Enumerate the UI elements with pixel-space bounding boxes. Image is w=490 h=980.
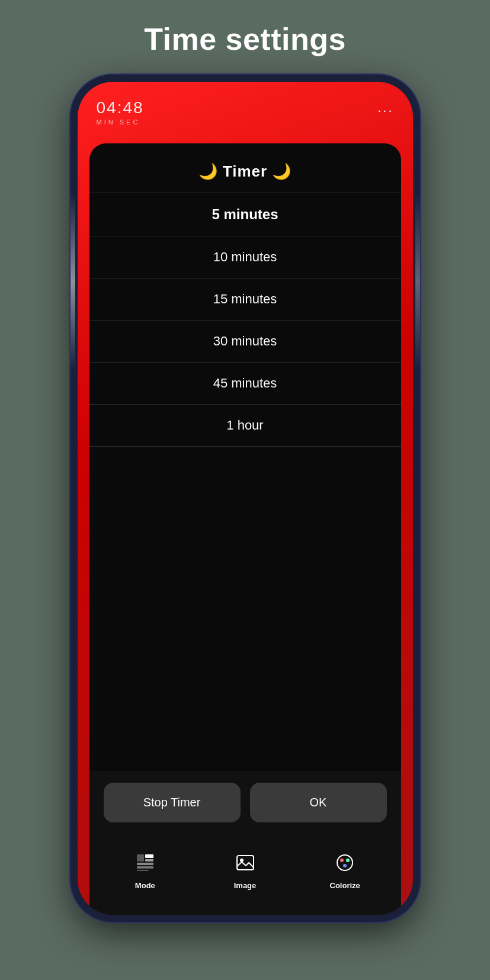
timer-list: 5 minutes 10 minutes 15 minutes 30 minut… [89,193,401,771]
svg-rect-5 [137,870,149,871]
timer-item-45min[interactable]: 45 minutes [89,363,401,405]
colorize-icon [335,853,354,876]
nav-item-colorize[interactable]: Colorize [295,850,395,893]
phone-shell: 04:48 MIN SEC ··· 🌙 Timer 🌙 5 minutes 10… [71,75,420,922]
stop-timer-button[interactable]: Stop Timer [104,783,241,822]
timer-item-30min[interactable]: 30 minutes [89,321,401,363]
clock-time: 04:48 [97,98,144,117]
svg-point-10 [346,859,350,862]
time-labels: MIN SEC [97,119,144,126]
timer-header: 🌙 Timer 🌙 [89,143,401,193]
timer-item-5min[interactable]: 5 minutes [89,193,401,236]
svg-point-11 [343,864,347,867]
timer-item-10min[interactable]: 10 minutes [89,236,401,278]
nav-item-mode[interactable]: Mode [95,850,196,893]
svg-rect-4 [137,866,153,869]
ok-button[interactable]: OK [250,783,387,822]
red-area: 🌙 Timer 🌙 5 minutes 10 minutes 15 minute… [78,132,413,915]
colorize-label: Colorize [330,881,360,890]
image-label: Image [234,881,257,890]
svg-point-9 [340,859,344,862]
timer-item-15min[interactable]: 15 minutes [89,278,401,321]
svg-rect-0 [137,854,144,861]
timer-dialog: 🌙 Timer 🌙 5 minutes 10 minutes 15 minute… [89,143,401,915]
status-bar: 04:48 MIN SEC ··· [78,82,413,132]
image-icon [236,853,255,876]
phone-screen: 04:48 MIN SEC ··· 🌙 Timer 🌙 5 minutes 10… [78,82,413,915]
svg-rect-6 [237,856,254,870]
timer-item-1hour[interactable]: 1 hour [89,405,401,447]
more-button[interactable]: ··· [377,103,393,119]
bottom-nav: Mode Image [89,839,401,915]
mode-icon [136,853,155,876]
svg-rect-2 [145,859,153,861]
svg-rect-1 [145,854,153,858]
nav-item-image[interactable]: Image [195,850,295,893]
timer-buttons: Stop Timer OK [89,771,401,839]
page-title: Time settings [144,21,346,57]
svg-point-8 [337,855,353,870]
time-display: 04:48 MIN SEC [97,98,144,126]
mode-label: Mode [135,881,155,890]
svg-rect-3 [137,863,153,865]
